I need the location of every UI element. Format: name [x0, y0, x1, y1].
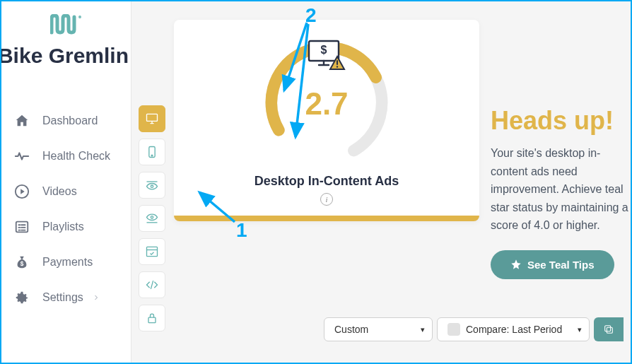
- nav-label: Dashboard: [42, 115, 98, 127]
- svg-text:$: $: [321, 44, 327, 56]
- copy-button[interactable]: [594, 317, 624, 341]
- home-icon: [14, 113, 30, 129]
- copy-icon: [603, 324, 614, 335]
- svg-rect-16: [607, 327, 612, 333]
- nav-settings[interactable]: Settings: [1, 280, 131, 315]
- vtab-browser[interactable]: [139, 238, 165, 265]
- annotation-1: 1: [236, 219, 247, 242]
- star-icon: [510, 259, 522, 270]
- site-title: Bike Gremlin: [0, 44, 129, 68]
- svg-point-7: [151, 185, 153, 187]
- mobile-icon: [145, 145, 159, 159]
- svg-text:$: $: [21, 261, 24, 267]
- see-teal-tips-button[interactable]: See Teal Tips: [491, 250, 614, 279]
- annotation-2: 2: [305, 4, 317, 27]
- vtab-mobile[interactable]: [139, 139, 165, 165]
- date-range-select[interactable]: Custom: [324, 317, 433, 341]
- brand-logo-icon: [50, 14, 83, 38]
- svg-rect-4: [147, 114, 158, 121]
- filter-bar: Custom Compare: Last Period: [324, 317, 624, 341]
- compare-select[interactable]: Compare: Last Period: [437, 317, 590, 341]
- eye-bar-icon: [145, 178, 159, 192]
- svg-point-6: [151, 155, 153, 156]
- vtab-eye-top[interactable]: [139, 172, 165, 199]
- vtab-eye-bottom[interactable]: [139, 205, 165, 232]
- button-label: See Teal Tips: [527, 259, 595, 271]
- svg-point-8: [151, 216, 153, 218]
- svg-point-0: [78, 16, 80, 18]
- code-icon: [145, 278, 159, 292]
- nav-label: Settings: [42, 291, 83, 304]
- svg-rect-17: [605, 326, 611, 331]
- checkbox-icon: [447, 323, 460, 336]
- main-content: $ 2.7 Desktop In-Content Ads i Heads up!…: [131, 1, 631, 363]
- heads-up-heading: Heads up!: [491, 106, 631, 136]
- logo-area: Bike Gremlin: [1, 14, 131, 75]
- select-value: Compare: Last Period: [466, 324, 562, 335]
- money-bag-icon: $: [14, 254, 30, 270]
- vtab-lock[interactable]: [139, 305, 165, 331]
- card-copy: Heads up! Your site's desktop in-content…: [491, 106, 631, 279]
- sidebar: Bike Gremlin Dashboard Health Check Vide…: [1, 1, 131, 363]
- play-circle-icon: [14, 184, 30, 199]
- info-icon[interactable]: i: [320, 193, 333, 206]
- nav-label: Payments: [42, 256, 93, 269]
- nav-dashboard[interactable]: Dashboard: [1, 103, 131, 139]
- heartbeat-icon: [14, 148, 30, 164]
- svg-point-15: [337, 66, 338, 67]
- svg-rect-10: [148, 317, 156, 323]
- nav-label: Playlists: [42, 221, 84, 233]
- svg-rect-9: [147, 247, 158, 256]
- eye-under-icon: [145, 211, 159, 225]
- lock-icon: [145, 311, 159, 325]
- select-value: Custom: [334, 324, 368, 335]
- list-icon: [14, 219, 30, 235]
- browser-check-icon: [145, 245, 159, 259]
- gear-icon: [14, 290, 30, 305]
- main-nav: Dashboard Health Check Videos Playlists …: [1, 103, 131, 315]
- chevron-right-icon: [92, 293, 100, 302]
- nav-payments[interactable]: $ Payments: [1, 245, 131, 280]
- nav-label: Videos: [42, 185, 77, 198]
- vertical-tabs: [139, 105, 165, 331]
- arrow-2-icon: [277, 21, 315, 141]
- nav-playlists[interactable]: Playlists: [1, 209, 131, 245]
- nav-health-check[interactable]: Health Check: [1, 139, 131, 174]
- vtab-desktop[interactable]: [139, 105, 165, 132]
- nav-videos[interactable]: Videos: [1, 174, 131, 209]
- nav-label: Health Check: [42, 150, 110, 163]
- heads-up-body: Your site's desktop in-content ads need …: [491, 144, 631, 235]
- monitor-icon: [145, 112, 159, 126]
- vtab-code[interactable]: [139, 271, 165, 298]
- arrow-1-icon: [194, 188, 242, 229]
